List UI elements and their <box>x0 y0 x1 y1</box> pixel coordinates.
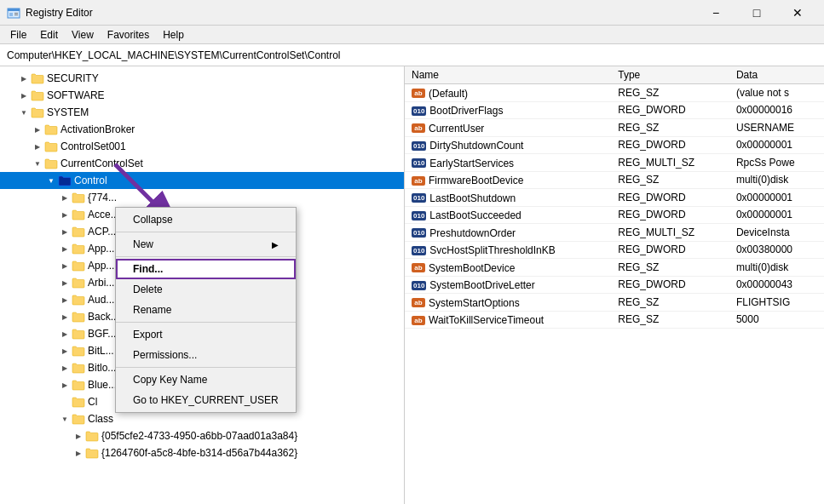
expand-system[interactable] <box>17 106 31 119</box>
table-row[interactable]: 010 SystemBootDriveLetter REG_DWORD 0x00… <box>405 276 824 294</box>
expand-guid1[interactable] <box>72 429 85 443</box>
folder-icon-control <box>58 175 72 186</box>
menu-file[interactable]: File <box>3 27 33 43</box>
reg-type-icon: ab <box>412 298 425 307</box>
expand-security[interactable] <box>17 72 31 85</box>
ctx-sep-4 <box>116 367 296 368</box>
col-name: Name <box>405 66 611 84</box>
table-row[interactable]: 010 BootDriverFlags REG_DWORD 0x00000016 <box>405 101 824 119</box>
maximize-button[interactable]: □ <box>737 0 776 26</box>
expand-back[interactable] <box>58 310 72 324</box>
context-menu: Collapse New Find... Delete Rename Expor… <box>115 207 297 413</box>
cell-type: REG_DWORD <box>611 241 729 259</box>
cell-name: 010 PreshutdownOrder <box>405 224 611 242</box>
tree-item-controlset001[interactable]: ControlSet001 <box>0 138 404 155</box>
reg-type-icon: 010 <box>412 281 426 290</box>
tree-item-guid1[interactable]: {05f5cfe2-4733-4950-a6bb-07aad01a3a84} <box>0 427 404 444</box>
expand-774[interactable] <box>58 191 72 204</box>
reg-name-with-icon: ab SystemBootDevice <box>412 262 515 274</box>
folder-icon-activationbroker <box>44 123 58 135</box>
address-bar: Computer\HKEY_LOCAL_MACHINE\SYSTEM\Curre… <box>0 44 824 66</box>
cell-data: 5000 <box>729 311 824 329</box>
tree-item-system[interactable]: SYSTEM <box>0 104 404 121</box>
reg-name-with-icon: ab WaitToKillServiceTimeout <box>412 314 544 326</box>
table-row[interactable]: ab WaitToKillServiceTimeout REG_SZ 5000 <box>405 311 824 329</box>
tree-item-software[interactable]: SOFTWARE <box>0 87 404 104</box>
cell-name: ab FirmwareBootDevice <box>405 171 611 189</box>
right-panel: Name Type Data ab (Default) REG_SZ (valu… <box>405 66 824 504</box>
tree-item-guid2[interactable]: {1264760f-a5c8-4bfe-b314-d56a7b44a362} <box>0 444 404 461</box>
tree-item-control[interactable]: Control <box>0 172 404 189</box>
tree-item-security[interactable]: SECURITY <box>0 70 404 87</box>
table-row[interactable]: ab SystemBootDevice REG_SZ multi(0)disk <box>405 259 824 277</box>
expand-app2[interactable] <box>58 259 72 272</box>
expand-acp[interactable] <box>58 225 72 238</box>
table-row[interactable]: ab (Default) REG_SZ (value not s <box>405 84 824 102</box>
tree-item-activationbroker[interactable]: ActivationBroker <box>0 121 404 138</box>
table-row[interactable]: ab SystemStartOptions REG_SZ FLIGHTSIG <box>405 294 824 312</box>
reg-name-with-icon: ab FirmwareBootDevice <box>412 175 523 186</box>
tree-item-774[interactable]: {774... <box>0 189 404 206</box>
cell-data: multi(0)disk <box>729 259 824 277</box>
folder-icon-software <box>31 89 44 101</box>
ctx-rename[interactable]: Rename <box>116 300 296 320</box>
ctx-sep-2 <box>116 256 296 257</box>
table-row[interactable]: 010 PreshutdownOrder REG_MULTI_SZ Device… <box>405 224 824 242</box>
ctx-goto-hkcu[interactable]: Go to HKEY_CURRENT_USER <box>116 390 296 410</box>
minimize-button[interactable]: − <box>696 0 735 26</box>
expand-bitl[interactable] <box>58 344 72 358</box>
reg-type-icon: 010 <box>412 228 426 238</box>
expand-blue[interactable] <box>58 378 72 392</box>
expand-control[interactable] <box>44 174 58 187</box>
ctx-new[interactable]: New <box>116 234 296 255</box>
expand-currentcontrolset[interactable] <box>31 157 44 170</box>
cell-name: ab WaitToKillServiceTimeout <box>405 311 611 329</box>
cell-type: REG_MULTI_SZ <box>611 224 729 242</box>
reg-type-icon: ab <box>412 316 425 325</box>
table-row[interactable]: 010 DirtyShutdownCount REG_DWORD 0x00000… <box>405 136 824 154</box>
table-row[interactable]: 010 LastBootShutdown REG_DWORD 0x0000000… <box>405 189 824 207</box>
menu-help[interactable]: Help <box>156 27 191 43</box>
menu-view[interactable]: View <box>65 27 101 43</box>
menu-favorites[interactable]: Favorites <box>101 27 156 43</box>
close-button[interactable]: ✕ <box>778 0 817 26</box>
svg-rect-1 <box>8 9 20 11</box>
table-scroll[interactable]: Name Type Data ab (Default) REG_SZ (valu… <box>405 66 824 504</box>
ctx-delete[interactable]: Delete <box>116 279 296 300</box>
ctx-new-arrow <box>272 238 279 250</box>
tree-item-class[interactable]: Class <box>0 410 404 427</box>
expand-guid2[interactable] <box>72 446 85 460</box>
cell-type: REG_DWORD <box>611 189 729 207</box>
label-security: SECURITY <box>47 72 99 84</box>
label-guid1: {05f5cfe2-4733-4950-a6bb-07aad01a3a84} <box>101 430 297 442</box>
tree-item-currentcontrolset[interactable]: CurrentControlSet <box>0 155 404 172</box>
expand-activationbroker[interactable] <box>31 123 44 136</box>
ctx-export[interactable]: Export <box>116 324 296 345</box>
expand-class[interactable] <box>58 412 72 426</box>
folder-icon-aud <box>72 294 85 306</box>
table-row[interactable]: ab CurrentUser REG_SZ USERNAME <box>405 119 824 137</box>
ctx-copy-key[interactable]: Copy Key Name <box>116 369 296 390</box>
label-currentcontrolset: CurrentControlSet <box>61 158 143 169</box>
table-row[interactable]: 010 EarlyStartServices REG_MULTI_SZ RpcS… <box>405 154 824 172</box>
table-row[interactable]: 010 LastBootSucceeded REG_DWORD 0x000000… <box>405 206 824 224</box>
folder-icon-back <box>72 311 85 323</box>
expand-software[interactable] <box>17 89 31 102</box>
expand-arbi[interactable] <box>58 276 72 289</box>
expand-bitlo[interactable] <box>58 361 72 375</box>
expand-acce[interactable] <box>58 208 72 221</box>
expand-controlset001[interactable] <box>31 140 44 153</box>
table-header-row: Name Type Data <box>405 66 824 84</box>
expand-app1[interactable] <box>58 242 72 255</box>
folder-icon-guid1 <box>85 430 99 442</box>
ctx-permissions[interactable]: Permissions... <box>116 345 296 365</box>
ctx-sep-1 <box>116 232 296 232</box>
expand-aud[interactable] <box>58 293 72 306</box>
table-row[interactable]: 010 SvcHostSplitThresholdInKB REG_DWORD … <box>405 241 824 259</box>
menu-edit[interactable]: Edit <box>33 27 65 43</box>
ctx-collapse[interactable]: Collapse <box>116 209 296 230</box>
table-row[interactable]: ab FirmwareBootDevice REG_SZ multi(0)dis… <box>405 171 824 189</box>
ctx-find[interactable]: Find... <box>116 259 296 279</box>
expand-bgf[interactable] <box>58 327 72 341</box>
cell-type: REG_SZ <box>611 294 729 312</box>
